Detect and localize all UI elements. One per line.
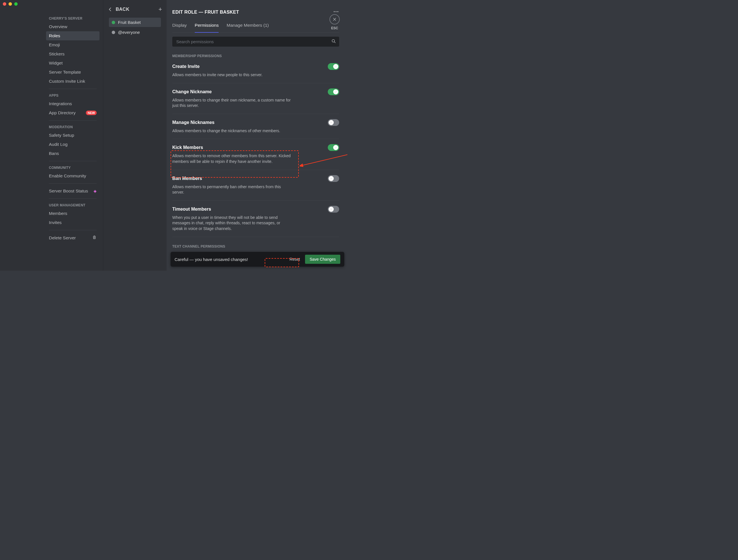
perm-title: Manage Nicknames xyxy=(172,120,215,125)
role-item-everyone[interactable]: @everyone xyxy=(109,28,161,37)
toggle-kick-members[interactable] xyxy=(328,144,339,151)
perm-manage-nicknames: Manage Nicknames Allows members to chang… xyxy=(172,114,339,139)
sidebar-item-widget[interactable]: Widget xyxy=(46,59,99,68)
window-min-dot[interactable] xyxy=(9,2,12,6)
perm-desc: Allows members to remove other members f… xyxy=(172,153,292,164)
back-label: BACK xyxy=(116,7,129,12)
close-settings[interactable]: ESC xyxy=(330,14,340,30)
trash-icon xyxy=(92,235,97,241)
section-text-channel-permissions: TEXT CHANNEL PERMISSIONS xyxy=(172,244,339,248)
unsaved-changes-bar: Careful — you have unsaved changes! Rese… xyxy=(170,252,344,266)
sidebar-item-auditlog[interactable]: Audit Log xyxy=(46,140,99,149)
divider xyxy=(49,230,97,230)
save-changes-button[interactable]: Save Changes xyxy=(305,255,340,264)
x-icon xyxy=(330,177,333,180)
community-header: COMMUNITY xyxy=(46,164,99,171)
sidebar-item-invite-link[interactable]: Custom Invite Link xyxy=(46,77,99,86)
check-icon xyxy=(334,90,337,93)
perm-kick-members: Kick Members Allows members to remove ot… xyxy=(172,139,339,170)
perm-title: Kick Members xyxy=(172,145,203,150)
toggle-ban-members[interactable] xyxy=(328,175,339,182)
edit-role-panel: EDIT ROLE — FRUIT BASKET Display Permiss… xyxy=(166,0,348,270)
toggle-manage-nicknames[interactable] xyxy=(328,119,339,126)
edit-role-title: EDIT ROLE — FRUIT BASKET xyxy=(172,10,239,15)
window-close-dot[interactable] xyxy=(3,2,6,6)
perm-desc: Allows members to invite new people to t… xyxy=(172,72,292,78)
sidebar-item-label: Delete Server xyxy=(49,235,76,240)
sidebar-item-emoji[interactable]: Emoji xyxy=(46,40,99,49)
sidebar-item-invites[interactable]: Invites xyxy=(46,218,99,227)
sidebar-item-enable-community[interactable]: Enable Community xyxy=(46,171,99,180)
svg-point-1 xyxy=(335,11,337,12)
sidebar-item-label: App Directory xyxy=(49,110,76,115)
check-icon xyxy=(334,65,337,68)
toggle-timeout-members[interactable] xyxy=(328,206,339,213)
divider xyxy=(49,198,97,199)
perm-create-invite: Create Invite Allows members to invite n… xyxy=(172,58,339,83)
role-name: @everyone xyxy=(118,30,140,35)
section-membership-permissions: MEMBERSHIP PERMISSIONS xyxy=(172,54,339,58)
sidebar-item-safety[interactable]: Safety Setup xyxy=(46,131,99,140)
sidebar-item-members[interactable]: Members xyxy=(46,209,99,218)
perm-desc: When you put a user in timeout they will… xyxy=(172,215,292,232)
boost-icon: ◈ xyxy=(93,189,97,193)
check-icon xyxy=(334,146,337,149)
close-icon[interactable] xyxy=(330,14,340,24)
sidebar-item-roles[interactable]: Roles xyxy=(46,31,99,40)
role-item-fruit-basket[interactable]: Fruit Basket xyxy=(109,18,161,27)
tab-display[interactable]: Display xyxy=(172,23,187,32)
sidebar-item-app-directory[interactable]: App Directory NEW xyxy=(46,108,99,117)
apps-header: APPS xyxy=(46,92,99,99)
svg-point-2 xyxy=(337,11,339,12)
tab-permissions[interactable]: Permissions xyxy=(195,23,219,32)
toggle-change-nickname[interactable] xyxy=(328,88,339,95)
sidebar-item-server-template[interactable]: Server Template xyxy=(46,68,99,77)
sidebar-item-overview[interactable]: Overview xyxy=(46,22,99,31)
usermgmt-header: USER MANAGEMENT xyxy=(46,201,99,209)
perm-title: Ban Members xyxy=(172,176,202,181)
window-max-dot[interactable] xyxy=(14,2,18,6)
roles-list-column: BACK + Fruit Basket @everyone xyxy=(103,0,166,270)
server-name-header: CHERRY'S SERVER xyxy=(46,15,99,22)
esc-label: ESC xyxy=(331,26,338,30)
perm-desc: Allows members to permanently ban other … xyxy=(172,184,292,195)
perm-change-nickname: Change Nickname Allows members to change… xyxy=(172,83,339,114)
sidebar-item-delete-server[interactable]: Delete Server xyxy=(46,233,99,243)
perm-timeout-members: Timeout Members When you put a user in t… xyxy=(172,201,339,237)
perm-desc: Allows members to change the nicknames o… xyxy=(172,128,292,134)
svg-point-3 xyxy=(332,39,335,42)
perm-desc: Allows members to change their own nickn… xyxy=(172,97,292,109)
sidebar-item-label: Server Boost Status xyxy=(49,188,88,193)
tabs: Display Permissions Manage Members (1) xyxy=(172,23,339,33)
role-name: Fruit Basket xyxy=(118,20,141,25)
toggle-create-invite[interactable] xyxy=(328,63,339,70)
sidebar-item-boost[interactable]: Server Boost Status ◈ xyxy=(46,186,99,195)
moderation-header: MODERATION xyxy=(46,123,99,131)
divider xyxy=(49,89,97,89)
sidebar-item-integrations[interactable]: Integrations xyxy=(46,99,99,108)
divider xyxy=(49,183,97,184)
reset-button[interactable]: Reset xyxy=(290,257,300,261)
back-button[interactable]: BACK xyxy=(108,7,129,12)
sidebar-item-bans[interactable]: Bans xyxy=(46,149,99,158)
perm-title: Change Nickname xyxy=(172,89,212,94)
window-controls xyxy=(3,2,18,6)
divider xyxy=(49,161,97,161)
perm-ban-members: Ban Members Allows members to permanentl… xyxy=(172,170,339,201)
search-permissions[interactable] xyxy=(172,37,339,47)
tab-manage-members[interactable]: Manage Members (1) xyxy=(227,23,269,32)
x-icon xyxy=(330,208,333,211)
settings-sidebar: CHERRY'S SERVER Overview Roles Emoji Sti… xyxy=(0,0,103,270)
arrow-left-icon xyxy=(108,7,113,12)
sidebar-item-stickers[interactable]: Stickers xyxy=(46,49,99,59)
perm-title: Timeout Members xyxy=(172,207,211,212)
new-badge: NEW xyxy=(86,111,97,115)
search-icon xyxy=(331,39,336,45)
svg-point-0 xyxy=(334,11,335,12)
perm-title: Create Invite xyxy=(172,64,200,69)
role-color-dot xyxy=(112,21,115,24)
add-role-button[interactable]: + xyxy=(158,6,162,13)
role-color-dot xyxy=(112,31,115,34)
x-icon xyxy=(330,121,333,124)
search-input[interactable] xyxy=(175,37,331,47)
